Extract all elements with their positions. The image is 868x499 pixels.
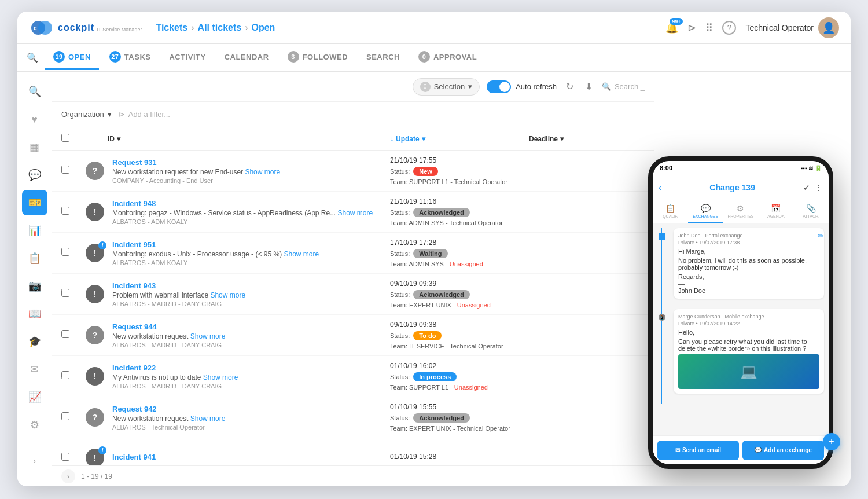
avatar[interactable]: 👤 [818, 17, 839, 38]
phone-tab-agenda[interactable]: 📅 AGENDA [758, 200, 793, 223]
row-checkbox[interactable] [61, 207, 69, 215]
footer-arrow-icon[interactable]: › [61, 469, 75, 483]
more-vert-icon[interactable]: ⋮ [828, 232, 829, 240]
phone-fab-button[interactable]: + [823, 433, 840, 450]
show-more-link[interactable]: Show more [284, 250, 319, 258]
row-checkbox[interactable] [61, 289, 69, 297]
ticket-date: 01/10/19 15:28 [390, 453, 529, 461]
tab-calendar[interactable]: CALENDAR [216, 47, 277, 69]
send-email-button[interactable]: ✉ Send an email [657, 441, 739, 460]
table-row[interactable]: ! Incident 948 Monitoring: pegaz - Windo… [52, 192, 654, 233]
phone-back-button[interactable]: ‹ [659, 182, 661, 193]
ticket-id[interactable]: Request 942 [112, 405, 385, 413]
sidebar-item-graduation[interactable]: 🎓 [22, 329, 47, 354]
download-icon[interactable]: ⬇ [583, 79, 595, 94]
selection-button[interactable]: 0 Selection ▾ [413, 78, 480, 96]
table-row[interactable]: ! Incident 951 Monitoring: exodus - Unix… [52, 233, 654, 274]
tab-approval[interactable]: 0 APPROVAL [410, 45, 485, 70]
sidebar-item-reports[interactable]: 📋 [22, 245, 47, 271]
ticket-id[interactable]: Incident 943 [112, 281, 385, 290]
agenda-icon: 📅 [771, 204, 781, 213]
notification-bell-icon[interactable]: 🔔 99+ [665, 21, 678, 34]
tab-activity[interactable]: ACTIVITY [161, 47, 214, 69]
show-more-link[interactable]: Show more [190, 414, 226, 423]
select-all-checkbox[interactable] [61, 134, 69, 142]
breadcrumb-tickets[interactable]: Tickets [156, 23, 187, 33]
phone-tab-qualification[interactable]: 📋 QUALIF. [653, 200, 688, 223]
ticket-id[interactable]: Incident 922 [112, 364, 385, 372]
show-more-link[interactable]: Show more [190, 332, 226, 340]
add-exchange-button[interactable]: 💬 Add an exchange [742, 441, 824, 460]
sidebar-item-book[interactable]: 📖 [22, 301, 47, 326]
sidebar-item-tickets[interactable]: 🎫 [22, 190, 47, 215]
sidebar-item-settings[interactable]: ⚙ [22, 412, 47, 438]
selection-label: Selection [434, 82, 465, 91]
sidebar-item-chart[interactable]: 📈 [22, 384, 47, 410]
phone-tab-attachments[interactable]: 📎 ATTACH. [793, 200, 829, 223]
phone-tab-exchanges[interactable]: 💬 EXCHANGES [688, 200, 723, 223]
grid-apps-icon[interactable]: ⠿ [705, 21, 713, 34]
ticket-desc: Monitoring: exodus - Unix - Processor us… [112, 250, 385, 258]
show-more-link[interactable]: Show more [338, 209, 373, 217]
tab-open[interactable]: 19 OPEN [45, 45, 99, 70]
sidebar-item-chat[interactable]: 💬 [22, 162, 47, 188]
phone-signal-icon: ▪▪▪ ≋ 🔋 [801, 165, 822, 171]
row-checkbox[interactable] [61, 248, 69, 256]
tab-tasks[interactable]: 27 TASKS [101, 45, 159, 70]
breadcrumb-all-tickets[interactable]: All tickets [198, 23, 242, 33]
edit-icon[interactable]: ✏ [818, 232, 824, 240]
filter-icon[interactable]: ⊳ [687, 21, 696, 34]
row-checkbox[interactable] [61, 371, 69, 379]
sidebar-item-camera[interactable]: 📷 [22, 273, 47, 299]
phone-tab-properties[interactable]: ⚙ PROPERTIES [723, 200, 759, 223]
organization-dropdown[interactable]: Organization ▾ [61, 110, 112, 119]
tab-followed-label: FOLLOWED [303, 53, 348, 61]
table-row[interactable]: ? Request 944 New workstation request Sh… [52, 315, 654, 356]
table-header: ID ▾ ↓ Update ▾ Deadline ▾ [52, 127, 654, 151]
table-row[interactable]: ! Incident 941 01/10/19 15:28 [52, 438, 654, 465]
col-id-header[interactable]: ID ▾ [108, 135, 200, 143]
sidebar-item-envelope[interactable]: ✉ [22, 357, 47, 382]
col-deadline-header[interactable]: Deadline ▾ [529, 135, 645, 143]
search-box[interactable]: 🔍 Search _ [602, 82, 645, 91]
more-vert-icon-2[interactable]: ⋮ [828, 313, 829, 321]
col-update-header[interactable]: ↓ Update ▾ [390, 135, 529, 143]
ticket-id[interactable]: Incident 941 [112, 453, 385, 461]
exchanges-icon: 💬 [701, 204, 711, 213]
show-more-link[interactable]: Show more [210, 291, 245, 299]
row-checkbox[interactable] [61, 412, 69, 420]
phone-tabs: 📋 QUALIF. 💬 EXCHANGES ⚙ PROPERTIES [653, 200, 829, 223]
status-label: Status: [390, 414, 410, 421]
auto-refresh-toggle[interactable] [487, 80, 511, 93]
sidebar-item-search[interactable]: 🔍 [22, 79, 47, 104]
row-checkbox[interactable] [61, 453, 69, 461]
show-more-link[interactable]: Show more [203, 373, 238, 381]
notification-badge: 99+ [670, 18, 683, 25]
refresh-icon[interactable]: ↻ [564, 79, 576, 94]
phone-message-thumbnail: 💻 [678, 354, 819, 389]
sidebar-item-dashboard[interactable]: ▦ [22, 134, 47, 160]
sidebar-collapse-btn[interactable]: › [22, 448, 47, 474]
table-row[interactable]: ! Incident 922 My Antivirus is not up to… [52, 356, 654, 397]
add-filter-button[interactable]: ⊳ Add a filter... [119, 110, 170, 119]
table-row[interactable]: ! Incident 943 Problem with webmail inte… [52, 274, 654, 315]
nav-search-icon[interactable]: 🔍 [27, 52, 38, 63]
ticket-id[interactable]: Incident 948 [112, 199, 385, 208]
row-checkbox[interactable] [61, 166, 69, 174]
ticket-id[interactable]: Incident 951 [112, 240, 385, 249]
phone-check-icon[interactable]: ✓ [803, 183, 810, 192]
ticket-id[interactable]: Request 944 [112, 322, 385, 331]
table-row[interactable]: ? Request 931 New workstation request fo… [52, 151, 654, 192]
sidebar-item-stats[interactable]: 📊 [22, 218, 47, 243]
table-row[interactable]: ? Request 942 New workstation request Sh… [52, 397, 654, 438]
show-more-link[interactable]: Show more [245, 168, 280, 176]
status-badge: In process [413, 372, 457, 381]
help-icon[interactable]: ? [722, 21, 736, 35]
sidebar-item-favorites[interactable]: ♥ [22, 107, 47, 132]
tab-followed[interactable]: 3 FOLLOWED [279, 45, 356, 70]
ticket-id[interactable]: Request 931 [112, 158, 385, 167]
tab-search[interactable]: SEARCH [358, 47, 408, 69]
avatar-icon-exclamation: ! [86, 285, 104, 303]
phone-more-icon[interactable]: ⋮ [815, 183, 823, 192]
row-checkbox[interactable] [61, 330, 69, 338]
